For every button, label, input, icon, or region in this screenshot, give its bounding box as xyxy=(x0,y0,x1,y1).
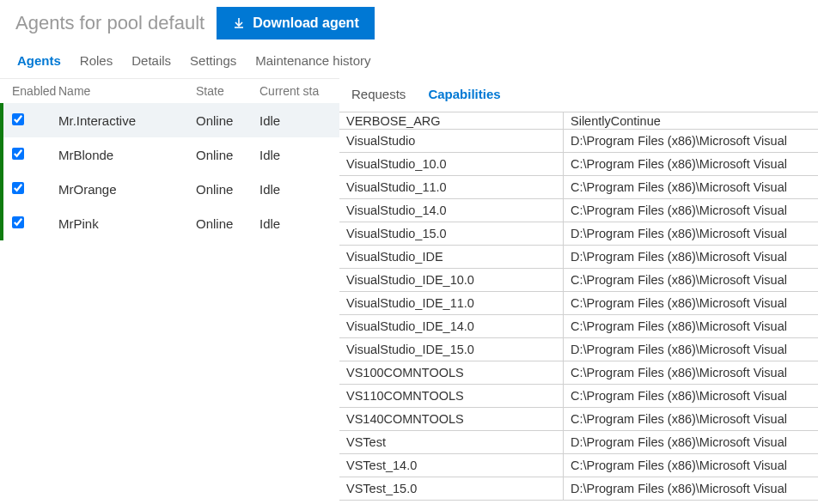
agent-name: MrOrange xyxy=(58,182,196,197)
agent-state: Online xyxy=(196,148,259,162)
capability-value: D:\Program Files (x86)\Microsoft Visual xyxy=(564,431,818,453)
capability-value: C:\Program Files (x86)\Microsoft Visual xyxy=(564,361,818,384)
capability-key: VisualStudio_IDE_11.0 xyxy=(339,292,564,314)
capability-key: VSTest_15.0 xyxy=(339,477,564,500)
agent-name: MrBlonde xyxy=(58,148,196,162)
capability-row[interactable]: VisualStudio_IDED:\Program Files (x86)\M… xyxy=(339,246,818,269)
capability-value: D:\Program Files (x86)\Microsoft Visual xyxy=(564,477,818,500)
agent-name: Mr.Interactive xyxy=(58,113,196,128)
agent-enabled-checkbox[interactable] xyxy=(12,148,24,160)
capability-key: VS140COMNTOOLS xyxy=(339,408,564,430)
subtab-capabilities[interactable]: Capabilities xyxy=(428,87,500,101)
capability-key: VS110COMNTOOLS xyxy=(339,385,564,407)
download-agent-button[interactable]: Download agent xyxy=(217,7,375,39)
agent-state: Online xyxy=(196,113,259,128)
capability-row[interactable]: VS140COMNTOOLSC:\Program Files (x86)\Mic… xyxy=(339,408,818,431)
table-row[interactable]: MrOrangeOnlineIdle xyxy=(0,172,339,206)
capability-value: C:\Program Files (x86)\Microsoft Visual xyxy=(564,315,818,337)
agent-current: Idle xyxy=(259,216,339,231)
download-icon xyxy=(232,16,246,30)
agent-enabled-checkbox[interactable] xyxy=(12,113,24,125)
table-row[interactable]: Mr.InteractiveOnlineIdle xyxy=(0,103,339,137)
capability-key: VisualStudio_14.0 xyxy=(339,199,564,222)
agent-current: Idle xyxy=(259,148,339,162)
capabilities-table: VERBOSE_ARGSilentlyContinueVisualStudioD… xyxy=(339,112,818,501)
capability-value: C:\Program Files (x86)\Microsoft Visual xyxy=(564,176,818,198)
capability-key: VisualStudio xyxy=(339,130,564,152)
col-header-name: Name xyxy=(58,84,196,98)
capability-value: D:\Program Files (x86)\Microsoft Visual xyxy=(564,338,818,361)
capability-row[interactable]: VisualStudio_15.0D:\Program Files (x86)\… xyxy=(339,222,818,246)
agent-name: MrPink xyxy=(58,216,196,231)
col-header-state: State xyxy=(196,84,259,98)
main-tabs: AgentsRolesDetailsSettingsMaintenance hi… xyxy=(0,45,818,78)
capability-key: VisualStudio_IDE_10.0 xyxy=(339,269,564,291)
page-header: Agents for pool default Download agent xyxy=(0,0,818,45)
capability-row[interactable]: VSTest_14.0C:\Program Files (x86)\Micros… xyxy=(339,454,818,477)
subtab-requests[interactable]: Requests xyxy=(351,87,406,101)
capability-row[interactable]: VSTestD:\Program Files (x86)\Microsoft V… xyxy=(339,431,818,454)
capability-row[interactable]: VisualStudio_11.0C:\Program Files (x86)\… xyxy=(339,176,818,199)
capability-row[interactable]: VisualStudio_10.0C:\Program Files (x86)\… xyxy=(339,153,818,176)
capability-row[interactable]: VS110COMNTOOLSC:\Program Files (x86)\Mic… xyxy=(339,385,818,408)
capability-value: C:\Program Files (x86)\Microsoft Visual xyxy=(564,454,818,477)
capability-value: C:\Program Files (x86)\Microsoft Visual xyxy=(564,199,818,222)
capability-row[interactable]: VisualStudio_14.0C:\Program Files (x86)\… xyxy=(339,199,818,222)
capability-row[interactable]: VisualStudio_IDE_10.0C:\Program Files (x… xyxy=(339,269,818,292)
capability-value: D:\Program Files (x86)\Microsoft Visual xyxy=(564,246,818,268)
tab-roles[interactable]: Roles xyxy=(80,53,113,68)
capability-value: C:\Program Files (x86)\Microsoft Visual xyxy=(564,385,818,407)
capability-value: SilentlyContinue xyxy=(564,112,818,129)
capability-row[interactable]: VS100COMNTOOLSC:\Program Files (x86)\Mic… xyxy=(339,361,818,385)
agent-state: Online xyxy=(196,182,259,197)
tab-agents[interactable]: Agents xyxy=(17,53,61,68)
table-row[interactable]: MrBlondeOnlineIdle xyxy=(0,137,339,172)
agent-current: Idle xyxy=(259,113,339,128)
capability-key: VSTest xyxy=(339,431,564,453)
capability-value: C:\Program Files (x86)\Microsoft Visual xyxy=(564,292,818,314)
capability-row[interactable]: VisualStudio_IDE_11.0C:\Program Files (x… xyxy=(339,292,818,315)
capability-key: VisualStudio_IDE_14.0 xyxy=(339,315,564,337)
tab-details[interactable]: Details xyxy=(131,53,171,68)
download-agent-label: Download agent xyxy=(253,15,359,31)
capability-key: VisualStudio_IDE xyxy=(339,246,564,268)
capability-row[interactable]: VisualStudioD:\Program Files (x86)\Micro… xyxy=(339,130,818,153)
tab-maintenance-history[interactable]: Maintenance history xyxy=(255,53,370,68)
capability-value: C:\Program Files (x86)\Microsoft Visual xyxy=(564,408,818,430)
agents-panel: Enabled Name State Current sta Mr.Intera… xyxy=(0,78,339,240)
col-header-enabled: Enabled xyxy=(9,84,58,98)
capability-key: VisualStudio_IDE_15.0 xyxy=(339,338,564,361)
capability-key: VisualStudio_10.0 xyxy=(339,153,564,175)
capability-key: VS100COMNTOOLS xyxy=(339,361,564,384)
agents-table-header: Enabled Name State Current sta xyxy=(0,78,339,103)
content-area: Enabled Name State Current sta Mr.Intera… xyxy=(0,78,818,501)
capability-row[interactable]: VisualStudio_IDE_15.0D:\Program Files (x… xyxy=(339,338,818,361)
capability-value: D:\Program Files (x86)\Microsoft Visual xyxy=(564,222,818,245)
capability-key: VisualStudio_15.0 xyxy=(339,222,564,245)
capability-row[interactable]: VERBOSE_ARGSilentlyContinue xyxy=(339,112,818,130)
agent-current: Idle xyxy=(259,182,339,197)
sub-tabs: RequestsCapabilities xyxy=(339,78,818,112)
col-header-current: Current sta xyxy=(259,84,339,98)
capability-key: VisualStudio_11.0 xyxy=(339,176,564,198)
capability-value: C:\Program Files (x86)\Microsoft Visual xyxy=(564,153,818,175)
capability-row[interactable]: VSTest_15.0D:\Program Files (x86)\Micros… xyxy=(339,477,818,501)
agent-enabled-checkbox[interactable] xyxy=(12,216,24,228)
capability-row[interactable]: VisualStudio_IDE_14.0C:\Program Files (x… xyxy=(339,315,818,338)
agents-table-body: Mr.InteractiveOnlineIdleMrBlondeOnlineId… xyxy=(0,103,339,240)
capability-key: VSTest_14.0 xyxy=(339,454,564,477)
capability-value: D:\Program Files (x86)\Microsoft Visual xyxy=(564,130,818,152)
tab-settings[interactable]: Settings xyxy=(190,53,236,68)
table-row[interactable]: MrPinkOnlineIdle xyxy=(0,206,339,240)
agent-state: Online xyxy=(196,216,259,231)
agent-enabled-checkbox[interactable] xyxy=(12,182,24,194)
capability-key: VERBOSE_ARG xyxy=(339,112,564,129)
capability-value: C:\Program Files (x86)\Microsoft Visual xyxy=(564,269,818,291)
details-panel: RequestsCapabilities VERBOSE_ARGSilently… xyxy=(339,78,818,501)
page-title: Agents for pool default xyxy=(15,12,204,34)
